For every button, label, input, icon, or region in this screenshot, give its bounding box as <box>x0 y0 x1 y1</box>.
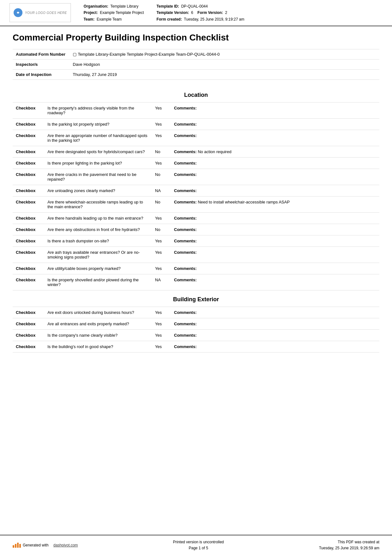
logo-text: YOUR LOGO GOES HERE <box>25 11 67 15</box>
project-label: Project: <box>84 10 98 15</box>
comments-cell: Comments: <box>171 247 379 263</box>
question-cell: Are there cracks in the pavement that ne… <box>44 169 152 185</box>
question-cell: Are all entrances and exits properly mar… <box>44 318 152 330</box>
checkbox-cell: Checkbox <box>13 235 44 247</box>
question-cell: Are there designated spots for hybrids/c… <box>44 146 152 158</box>
checkbox-cell: Checkbox <box>13 307 44 318</box>
checkbox-cell: Checkbox <box>13 318 44 330</box>
header-meta: Organisation: Template Library Project: … <box>77 3 383 22</box>
answer-cell: Yes <box>152 307 171 318</box>
comments-cell: Comments: <box>171 341 379 352</box>
question-cell: Is the property shovelled and/or plowed … <box>44 274 152 290</box>
table-row: CheckboxIs the parking lot properly stri… <box>13 119 379 130</box>
table-row: CheckboxAre ash trays available near ent… <box>13 247 379 263</box>
comments-cell: Comments: <box>171 130 379 146</box>
checkbox-cell: Checkbox <box>13 274 44 290</box>
answer-cell: Yes <box>152 130 171 146</box>
logo-area: YOUR LOGO GOES HERE <box>9 3 71 22</box>
section-heading: Location <box>13 86 379 102</box>
answer-cell: NA <box>152 185 171 196</box>
logo-icon <box>14 8 22 17</box>
footer-uncontrolled-line1: Printed version is uncontrolled <box>173 539 224 545</box>
table-row: CheckboxAre there any obstructions in fr… <box>13 224 379 235</box>
date-value: Thursday, 27 June 2019 <box>70 70 379 80</box>
comments-cell: Comments: Need to install wheelchair-acc… <box>171 196 379 213</box>
answer-cell: Yes <box>152 341 171 352</box>
header: YOUR LOGO GOES HERE Organisation: Templa… <box>0 0 392 26</box>
form-created-line: Form created: Tuesday, 25 June 2019, 9:1… <box>157 16 244 22</box>
checkbox-cell: Checkbox <box>13 263 44 274</box>
answer-cell: Yes <box>152 119 171 130</box>
comments-cell: Comments: <box>171 119 379 130</box>
checkbox-cell: Checkbox <box>13 146 44 158</box>
answer-cell: Yes <box>152 330 171 341</box>
team-value: Example Team <box>96 17 121 22</box>
answer-cell: Yes <box>152 213 171 224</box>
question-cell: Are exit doors unlocked during business … <box>44 307 152 318</box>
footer-generated-prefix: Generated with <box>23 543 48 547</box>
footer-bars-icon <box>13 543 21 548</box>
comments-cell: Comments: <box>171 318 379 330</box>
inspector-label: Inspector/s <box>13 59 70 70</box>
footer-right: This PDF was created at Tuesday, 25 June… <box>319 539 379 551</box>
answer-cell: NA <box>152 274 171 290</box>
footer-center: Printed version is uncontrolled Page 1 o… <box>173 539 224 551</box>
footer-left: Generated with dashpivot.com <box>13 543 78 548</box>
checkbox-cell: Checkbox <box>13 185 44 196</box>
checkbox-cell: Checkbox <box>13 103 44 119</box>
table-row: CheckboxAre there handrails leading up t… <box>13 213 379 224</box>
question-cell: Is the parking lot properly striped? <box>44 119 152 130</box>
checkbox-cell: Checkbox <box>13 341 44 352</box>
question-cell: Are unloading zones clearly marked? <box>44 185 152 196</box>
comments-cell: Comments: <box>171 330 379 341</box>
bar2 <box>15 544 16 548</box>
version-line: Template Version: 6 Form Version: 2 <box>157 9 244 16</box>
comments-cell: Comments: <box>171 235 379 247</box>
footer: Generated with dashpivot.com Printed ver… <box>0 535 392 555</box>
question-cell: Are there handrails leading up to the ma… <box>44 213 152 224</box>
question-cell: Is the property's address clearly visibl… <box>44 103 152 119</box>
comments-cell: Comments: <box>171 158 379 169</box>
answer-cell: No <box>152 196 171 213</box>
comments-cell: Comments: <box>171 274 379 290</box>
answer-cell: Yes <box>152 103 171 119</box>
template-id-line: Template ID: DP-QUAL-0044 <box>157 3 244 9</box>
section-heading: Building Exterior <box>13 290 379 307</box>
form-info-table: Automated Form Number ▢Template Library-… <box>13 49 379 80</box>
date-label: Date of Inspection <box>13 70 70 80</box>
org-line: Organisation: Template Library <box>84 3 144 9</box>
table-row: CheckboxIs the property shovelled and/or… <box>13 274 379 290</box>
checkbox-cell: Checkbox <box>13 158 44 169</box>
question-cell: Are utility/cable boxes properly marked? <box>44 263 152 274</box>
checklist-table: CheckboxIs the property's address clearl… <box>13 102 379 290</box>
template-id-label: Template ID: <box>157 4 179 9</box>
automated-form-value: ▢Template Library-Example Template Proje… <box>70 49 379 59</box>
bar3 <box>17 543 19 548</box>
table-row: CheckboxAre exit doors unlocked during b… <box>13 307 379 318</box>
comments-cell: Comments: <box>171 213 379 224</box>
checkbox-cell: Checkbox <box>13 196 44 213</box>
answer-cell: No <box>152 146 171 158</box>
template-id-value: DP-QUAL-0044 <box>181 4 208 9</box>
table-row: CheckboxIs there proper lighting in the … <box>13 158 379 169</box>
question-cell: Are ash trays available near entrances? … <box>44 247 152 263</box>
footer-pdf-line1: This PDF was created at <box>319 539 379 545</box>
comments-cell: Comments: No action required <box>171 146 379 158</box>
checkbox-cell: Checkbox <box>13 130 44 146</box>
template-version-label: Template Version: <box>157 10 189 15</box>
answer-cell: No <box>152 169 171 185</box>
footer-site-link[interactable]: dashpivot.com <box>53 543 78 547</box>
comments-cell: Comments: <box>171 307 379 318</box>
footer-pdf-line2: Tuesday, 25 June 2019, 9:26:59 am <box>319 545 379 551</box>
form-version-value: 2 <box>225 10 227 15</box>
table-row: CheckboxAre there an appropriate number … <box>13 130 379 146</box>
form-info-row-inspector: Inspector/s Dave Hodgson <box>13 59 379 70</box>
comments-cell: Comments: <box>171 103 379 119</box>
form-created-label: Form created: <box>157 17 182 22</box>
answer-cell: Yes <box>152 263 171 274</box>
footer-page-number: Page 1 of 5 <box>173 545 224 551</box>
comments-cell: Comments: <box>171 169 379 185</box>
org-label: Organisation: <box>84 4 108 9</box>
table-row: CheckboxAre there designated spots for h… <box>13 146 379 158</box>
table-row: CheckboxAre unloading zones clearly mark… <box>13 185 379 196</box>
